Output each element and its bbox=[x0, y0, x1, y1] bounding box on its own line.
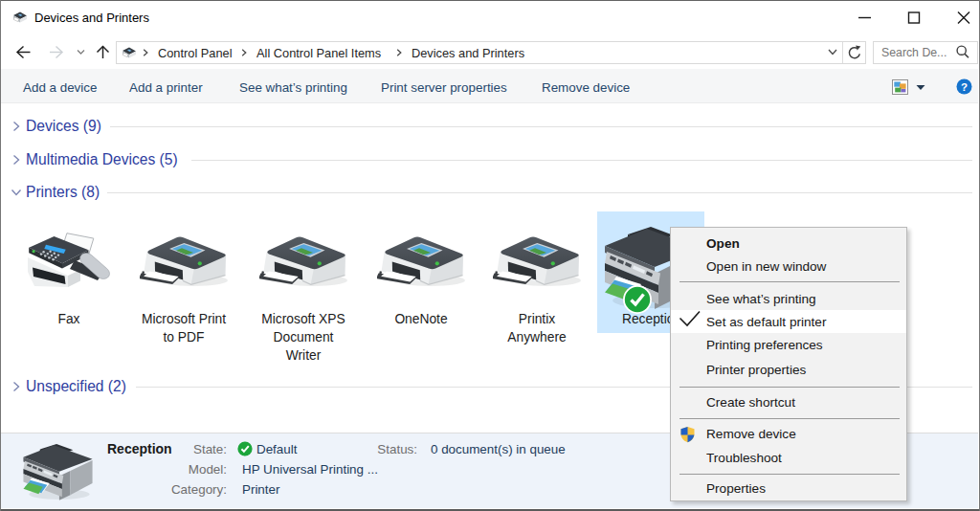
svg-text:?: ? bbox=[961, 81, 968, 93]
